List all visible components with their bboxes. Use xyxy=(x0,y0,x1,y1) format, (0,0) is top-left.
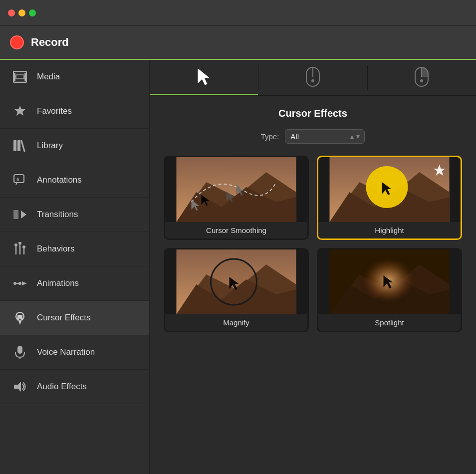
magnify-label: Magnify xyxy=(165,314,307,331)
svg-marker-29 xyxy=(198,69,209,85)
effect-card-magnify[interactable]: Magnify xyxy=(164,248,309,332)
sidebar-item-audio-effects-label: Audio Effects xyxy=(37,382,87,392)
svg-marker-20 xyxy=(22,281,27,285)
audio-effects-icon xyxy=(12,379,28,395)
sidebar-item-favorites-label: Favorites xyxy=(37,106,72,116)
sidebar-item-animations-label: Animations xyxy=(37,278,79,288)
sidebar-item-cursor-effects-label: Cursor Effects xyxy=(37,313,90,323)
spotlight-label: Spotlight xyxy=(318,314,461,331)
type-filter-label: Type: xyxy=(261,132,279,141)
svg-rect-1 xyxy=(13,73,15,81)
svg-rect-2 xyxy=(24,73,26,81)
content-area: Cursor Effects Type: All Click Move ▲▼ xyxy=(150,60,476,474)
magnify-thumbnail xyxy=(165,249,307,314)
transitions-icon xyxy=(12,207,28,223)
tab-right-click[interactable] xyxy=(368,60,476,95)
header: Record xyxy=(0,26,476,60)
animations-icon xyxy=(12,275,28,291)
library-icon xyxy=(12,138,28,154)
sidebar-item-behaviors[interactable]: Behaviors xyxy=(0,232,149,266)
close-button[interactable] xyxy=(8,9,15,16)
minimize-button[interactable] xyxy=(18,9,25,16)
effects-grid: Cursor Smoothing xyxy=(164,156,462,332)
type-select[interactable]: All Click Move xyxy=(285,129,365,144)
sidebar-item-voice-narration[interactable]: Voice Narration xyxy=(0,335,149,370)
svg-rect-3 xyxy=(16,75,24,79)
main-layout: Media Favorites Library xyxy=(0,60,476,474)
sidebar-item-cursor-effects[interactable]: Cursor Effects xyxy=(0,301,149,335)
svg-marker-10 xyxy=(21,211,26,219)
svg-rect-25 xyxy=(17,346,22,354)
svg-point-16 xyxy=(22,245,25,248)
cursor-smoothing-thumbnail xyxy=(165,157,307,222)
effect-card-cursor-smoothing[interactable]: Cursor Smoothing xyxy=(164,156,309,240)
maximize-button[interactable] xyxy=(29,9,36,16)
highlight-label: Highlight xyxy=(318,222,461,238)
svg-rect-5 xyxy=(13,140,16,151)
panel-title: Cursor Effects xyxy=(164,108,462,119)
spotlight-thumbnail xyxy=(318,249,461,314)
cursor-smoothing-label: Cursor Smoothing xyxy=(165,222,307,238)
svg-point-32 xyxy=(311,79,314,82)
sidebar: Media Favorites Library xyxy=(0,60,150,474)
tab-bar xyxy=(150,60,476,96)
cursor-effects-icon xyxy=(12,310,28,326)
type-filter: Type: All Click Move ▲▼ xyxy=(164,129,462,144)
svg-rect-9 xyxy=(13,210,18,219)
sidebar-item-behaviors-label: Behaviors xyxy=(37,244,75,254)
effect-card-highlight[interactable]: Highlight xyxy=(317,156,462,240)
cursor-effects-panel: Cursor Effects Type: All Click Move ▲▼ xyxy=(150,96,476,474)
traffic-lights xyxy=(8,9,36,16)
sidebar-item-transitions-label: Transitions xyxy=(37,210,78,220)
sidebar-item-voice-narration-label: Voice Narration xyxy=(37,347,95,357)
sidebar-item-media-label: Media xyxy=(37,72,60,82)
svg-marker-28 xyxy=(14,382,21,392)
type-select-wrapper[interactable]: All Click Move ▲▼ xyxy=(285,129,365,144)
sidebar-item-transitions[interactable]: Transitions xyxy=(0,198,149,232)
voice-narration-icon xyxy=(12,344,28,360)
sidebar-item-animations[interactable]: Animations xyxy=(0,266,149,301)
svg-point-17 xyxy=(13,282,16,285)
tab-left-click[interactable] xyxy=(258,60,367,95)
sidebar-item-annotations[interactable]: a Annotations xyxy=(0,163,149,198)
highlight-thumbnail xyxy=(318,157,461,222)
media-icon xyxy=(12,69,28,85)
sidebar-item-audio-effects[interactable]: Audio Effects xyxy=(0,370,149,404)
svg-point-14 xyxy=(14,243,17,246)
titlebar xyxy=(0,0,476,26)
favorites-icon xyxy=(12,103,28,119)
svg-point-35 xyxy=(420,79,423,82)
svg-marker-23 xyxy=(18,321,21,325)
header-title: Record xyxy=(31,36,69,49)
sidebar-item-library[interactable]: Library xyxy=(0,129,149,163)
effect-card-spotlight[interactable]: Spotlight xyxy=(317,248,462,332)
annotations-icon: a xyxy=(12,172,28,188)
svg-marker-4 xyxy=(14,106,25,116)
sidebar-item-favorites[interactable]: Favorites xyxy=(0,94,149,129)
sidebar-item-media[interactable]: Media xyxy=(0,60,149,94)
svg-point-19 xyxy=(18,282,21,285)
tab-cursor[interactable] xyxy=(150,60,258,95)
sidebar-item-library-label: Library xyxy=(37,141,63,151)
svg-rect-6 xyxy=(17,140,20,151)
sidebar-item-annotations-label: Annotations xyxy=(37,175,82,185)
svg-text:a: a xyxy=(16,177,19,182)
svg-point-15 xyxy=(18,242,21,244)
behaviors-icon xyxy=(12,241,28,257)
record-dot-icon xyxy=(10,35,24,49)
